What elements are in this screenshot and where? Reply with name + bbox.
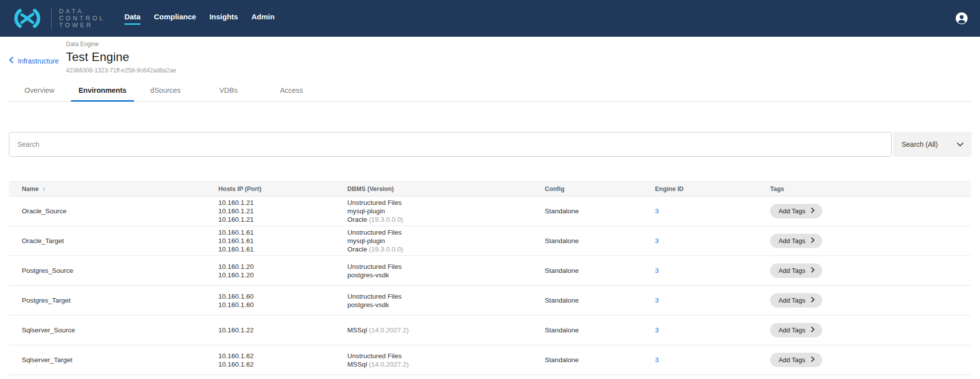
user-account-icon[interactable]	[955, 12, 968, 25]
table-row: Postgres_Target 10.160.1.6010.160.1.60 U…	[9, 286, 971, 316]
cell-name: Postgres_Target	[22, 296, 218, 305]
column-header-config[interactable]: Config	[545, 186, 655, 192]
host-ip: 10.160.1.61	[218, 245, 347, 253]
table-row: Oracle_Target 10.160.1.6110.160.1.6110.1…	[9, 226, 971, 256]
chevron-right-icon	[811, 267, 815, 274]
dbms-product: MSSql	[347, 361, 367, 368]
dbms-product: Unstructured Files	[347, 352, 402, 360]
search-input[interactable]	[9, 132, 892, 157]
tab-overview[interactable]: Overview	[8, 80, 71, 102]
dbms-entry: postgres-vsdk	[347, 301, 545, 309]
nav-item-admin[interactable]: Admin	[252, 12, 275, 25]
engine-id-link[interactable]: 3	[655, 356, 659, 364]
page-title: Test Engine	[66, 50, 980, 64]
host-ip: 10.160.1.60	[218, 301, 347, 309]
dbms-entry: MSSql (14.0.2027.2)	[347, 360, 545, 369]
column-label: Name	[22, 186, 39, 192]
cell-config: Standalone	[545, 296, 655, 305]
cell-name: Postgres_Source	[22, 266, 218, 275]
engine-id-link[interactable]: 3	[655, 237, 659, 245]
dbms-entry: Oracle (19.3.0.0.0)	[347, 245, 545, 253]
cell-hosts: 10.160.1.2110.160.1.2110.160.1.21	[218, 198, 347, 224]
engine-id-link[interactable]: 3	[655, 297, 659, 304]
add-tags-button[interactable]: Add Tags	[770, 353, 822, 367]
dbms-entry: Unstructured Files	[347, 198, 545, 207]
cell-tags: Add Tags	[770, 293, 971, 308]
cell-engine-id: 3	[655, 266, 770, 275]
column-header-hosts[interactable]: Hosts IP (Port)	[218, 186, 347, 192]
brand-wordmark: DATA CONTROL TOWER	[59, 8, 105, 29]
dbms-entry: Unstructured Files	[347, 228, 545, 237]
cell-tags: Add Tags	[770, 234, 971, 248]
dbms-version: (19.3.0.0.0)	[367, 216, 403, 223]
dbms-product: Oracle	[347, 216, 367, 223]
host-ip: 10.160.1.61	[218, 228, 347, 237]
chevron-left-icon	[9, 57, 13, 65]
chevron-right-icon	[811, 237, 815, 245]
add-tags-button[interactable]: Add Tags	[770, 293, 822, 308]
tab-environments[interactable]: Environments	[71, 80, 134, 102]
add-tags-button[interactable]: Add Tags	[770, 323, 822, 337]
cell-engine-id: 3	[655, 356, 770, 364]
cell-hosts: 10.160.1.2010.160.1.20	[218, 262, 347, 279]
cell-hosts: 10.160.1.6110.160.1.6110.160.1.61	[218, 228, 347, 253]
entity-type-label: Data Engine	[66, 41, 980, 48]
cell-dbms: Unstructured Filesmysql-pluginOracle (19…	[347, 198, 545, 224]
dbms-product: mysql-plugin	[347, 237, 385, 245]
dbms-product: Oracle	[347, 246, 367, 253]
tab-vdbs[interactable]: VDBs	[197, 80, 260, 102]
tab-bar: Overview Environments dSources VDBs Acce…	[8, 80, 971, 102]
sort-ascending-icon: ↑	[42, 185, 46, 192]
primary-nav: Data Compliance Insights Admin	[125, 12, 275, 25]
dbms-entry: mysql-plugin	[347, 207, 545, 215]
dbms-version: (14.0.2027.2)	[367, 326, 409, 334]
nav-item-data[interactable]: Data	[125, 12, 141, 25]
engine-id-link[interactable]: 3	[655, 267, 659, 274]
column-label: Tags	[770, 186, 784, 192]
dbms-entry: Oracle (19.3.0.0.0)	[347, 215, 545, 224]
column-header-tags[interactable]: Tags	[770, 186, 971, 192]
cell-dbms: Unstructured Filesmysql-pluginOracle (19…	[347, 228, 545, 253]
cell-engine-id: 3	[655, 296, 770, 305]
table-row: Sqlserver_Source 10.160.1.22 MSSql (14.0…	[9, 316, 971, 345]
breadcrumb-back-label: Infrastructure	[18, 57, 59, 65]
cell-engine-id: 3	[655, 207, 770, 215]
column-label: Config	[545, 186, 565, 192]
environments-table: Name ↑ Hosts IP (Port) DBMS (Version) Co…	[9, 181, 971, 375]
search-row: Search (All)	[9, 132, 972, 157]
dbms-version: (19.3.0.0.0)	[367, 246, 403, 253]
column-header-dbms[interactable]: DBMS (Version)	[347, 186, 545, 192]
add-tags-button[interactable]: Add Tags	[770, 263, 822, 278]
cell-name: Sqlserver_Source	[22, 326, 218, 334]
cell-name: Sqlserver_Target	[22, 356, 218, 364]
cell-tags: Add Tags	[770, 263, 971, 278]
cell-dbms: Unstructured FilesMSSql (14.0.2027.2)	[347, 352, 545, 369]
column-header-name[interactable]: Name ↑	[22, 185, 218, 192]
environments-table-header: Name ↑ Hosts IP (Port) DBMS (Version) Co…	[9, 181, 971, 196]
host-ip: 10.160.1.62	[218, 360, 347, 369]
cell-engine-id: 3	[655, 237, 770, 245]
chevron-right-icon	[811, 326, 815, 334]
dbms-entry: Unstructured Files	[347, 262, 545, 271]
dbms-product: postgres-vsdk	[347, 301, 389, 309]
column-header-engine-id[interactable]: Engine ID	[655, 186, 770, 192]
chevron-right-icon	[811, 356, 815, 364]
tab-access[interactable]: Access	[260, 80, 323, 102]
nav-item-compliance[interactable]: Compliance	[154, 12, 196, 25]
nav-item-insights[interactable]: Insights	[209, 12, 238, 25]
breadcrumb-back-link[interactable]: Infrastructure	[9, 57, 59, 65]
tab-dsources[interactable]: dSources	[134, 80, 197, 102]
engine-id-link[interactable]: 3	[655, 207, 659, 215]
add-tags-button[interactable]: Add Tags	[770, 204, 822, 218]
page-header: Infrastructure Data Engine Test Engine 4…	[0, 37, 980, 74]
add-tags-label: Add Tags	[779, 207, 805, 215]
add-tags-button[interactable]: Add Tags	[770, 234, 822, 248]
host-ip: 10.160.1.21	[218, 215, 347, 224]
engine-id-link[interactable]: 3	[655, 326, 659, 334]
search-scope-dropdown[interactable]: Search (All)	[893, 132, 972, 157]
search-scope-label: Search (All)	[902, 140, 938, 148]
dbms-product: Unstructured Files	[347, 293, 402, 300]
environments-table-body: Oracle_Source 10.160.1.2110.160.1.2110.1…	[9, 196, 971, 375]
host-ip: 10.160.1.21	[218, 207, 347, 215]
cell-tags: Add Tags	[770, 323, 971, 337]
